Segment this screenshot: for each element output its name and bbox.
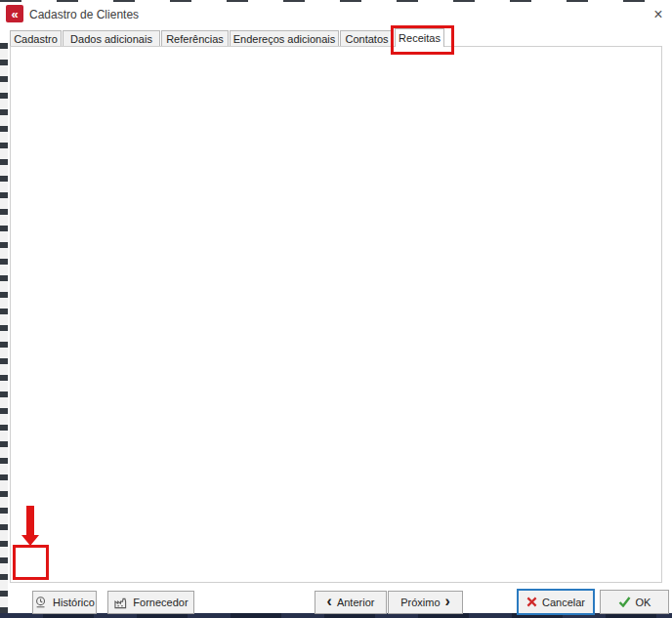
chevron-left-icon: ‹ — [327, 597, 332, 606]
title-bar: « Cadastro de Clientes × — [8, 2, 672, 28]
ok-button[interactable]: OK — [600, 590, 669, 614]
tab-label: Dados adicionais — [70, 33, 152, 45]
ok-check-icon — [618, 597, 631, 607]
fornecedor-label: Fornecedor — [133, 597, 188, 608]
tab-label: Contatos — [345, 33, 388, 45]
proximo-button[interactable]: Próximo › — [388, 591, 463, 614]
ok-label: OK — [636, 597, 651, 608]
tab-referencias[interactable]: Referências — [161, 30, 229, 47]
tab-cadastro[interactable]: Cadastro — [10, 30, 62, 47]
cancel-x-icon — [526, 597, 537, 607]
tab-receitas[interactable]: Receitas — [395, 28, 444, 47]
tab-page — [10, 46, 662, 583]
tab-dados-adicionais[interactable]: Dados adicionais — [63, 30, 160, 47]
app-icon: « — [6, 5, 23, 22]
tab-label: Endereços adicionais — [233, 33, 336, 45]
cancelar-label: Cancelar — [542, 597, 585, 608]
history-icon — [34, 596, 48, 609]
cadastro-de-clientes-dialog: « Cadastro de Clientes × Cadastro Dados … — [0, 0, 672, 618]
chevron-right-icon: › — [445, 597, 450, 606]
close-icon[interactable]: × — [649, 5, 668, 23]
historico-label: Histórico — [53, 597, 95, 608]
fornecedor-button[interactable]: Fornecedor — [107, 591, 194, 614]
window-title: Cadastro de Clientes — [29, 8, 139, 21]
anterior-label: Anterior — [337, 597, 375, 608]
tab-enderecos-adicionais[interactable]: Endereços adicionais — [230, 30, 339, 47]
tab-label: Cadastro — [14, 33, 58, 45]
historico-button[interactable]: Histórico — [32, 591, 97, 614]
tab-label: Referências — [166, 33, 224, 45]
anterior-button[interactable]: ‹ Anterior — [315, 591, 387, 614]
background-sliver-left — [0, 43, 8, 618]
factory-icon — [113, 597, 128, 609]
cancelar-button[interactable]: Cancelar — [517, 589, 595, 615]
proximo-label: Próximo — [400, 597, 440, 608]
tab-contatos[interactable]: Contatos — [340, 30, 394, 47]
tab-label: Receitas — [399, 32, 441, 44]
